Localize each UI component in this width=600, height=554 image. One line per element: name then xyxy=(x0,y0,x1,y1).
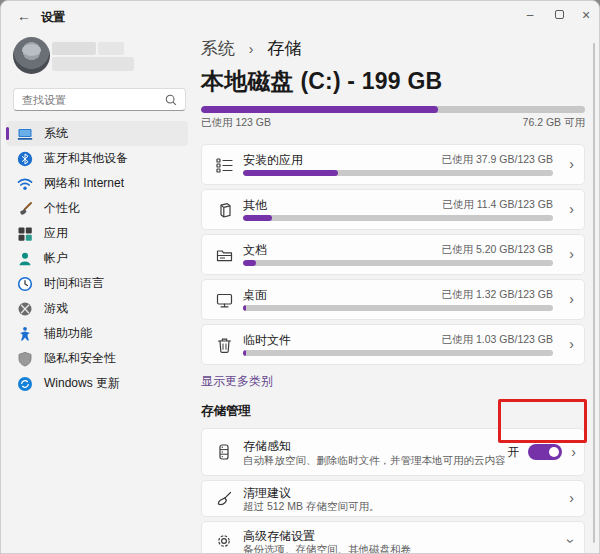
settings-window: ← 设置 – × 查找设置 系统 蓝牙和其他设备 网络和 Internet 个性… xyxy=(0,0,600,554)
sidebar-item-label: Windows 更新 xyxy=(44,375,120,392)
advanced-storage-row[interactable]: 高级存储设置 备份选项、存储空间、其他磁盘和卷 › xyxy=(201,521,585,554)
breadcrumb: 系统 › 存储 xyxy=(201,37,585,60)
sidebar-item-label: 帐户 xyxy=(44,250,68,267)
sidebar-item-accounts[interactable]: 帐户 xyxy=(6,246,188,271)
monitor-icon xyxy=(215,291,234,310)
trash-icon xyxy=(215,336,234,355)
sidebar-item-label: 隐私和安全性 xyxy=(44,350,116,367)
folder-icon xyxy=(215,246,234,265)
chevron-right-icon: › xyxy=(569,245,574,261)
sidebar-item-personalization[interactable]: 个性化 xyxy=(6,196,188,221)
toggle-state-label: 开 xyxy=(507,444,519,461)
disk-used-label: 已使用 123 GB xyxy=(201,116,271,130)
main-content: 系统 › 存储 本地磁盘 (C:) - 199 GB 已使用 123 GB 76… xyxy=(201,1,585,554)
disk-usage-fill xyxy=(201,106,438,113)
chevron-right-icon: › xyxy=(569,489,574,505)
sidebar-item-label: 网络和 Internet xyxy=(44,175,124,192)
sidebar-item-gaming[interactable]: 游戏 xyxy=(6,296,188,321)
sidebar-item-system[interactable]: 系统 xyxy=(6,121,188,146)
category-row-temp-files[interactable]: 临时文件 已使用 1.03 GB/123 GB › xyxy=(201,324,585,365)
sidebar-item-label: 应用 xyxy=(44,225,68,242)
sidebar-item-label: 个性化 xyxy=(44,200,80,217)
category-title: 文档 xyxy=(243,242,267,259)
disk-free-label: 76.2 GB 可用 xyxy=(523,116,585,130)
category-row-documents[interactable]: 文档 已使用 5.20 GB/123 GB › xyxy=(201,234,585,275)
sidebar-item-privacy[interactable]: 隐私和安全性 xyxy=(6,346,188,371)
category-row-other[interactable]: 其他 已使用 11.4 GB/123 GB › xyxy=(201,189,585,230)
progress-fill xyxy=(243,305,246,311)
search-input[interactable]: 查找设置 xyxy=(13,88,186,111)
category-usage: 已使用 5.20 GB/123 GB xyxy=(442,243,553,257)
category-title: 安装的应用 xyxy=(243,152,303,169)
scrollbar[interactable] xyxy=(593,43,595,543)
user-name-redacted xyxy=(98,42,124,55)
progress-fill xyxy=(243,170,338,176)
category-title: 临时文件 xyxy=(243,332,291,349)
progress-fill xyxy=(243,215,272,221)
search-placeholder: 查找设置 xyxy=(22,93,66,108)
category-progressbar xyxy=(243,260,553,266)
sidebar-item-label: 辅助功能 xyxy=(44,325,92,342)
progress-fill xyxy=(243,260,256,266)
user-name-redacted xyxy=(52,42,96,55)
search-icon xyxy=(164,93,178,107)
sidebar-nav: 系统 蓝牙和其他设备 网络和 Internet 个性化 应用 帐户 时间和语言 xyxy=(6,121,188,396)
chevron-down-icon: › xyxy=(564,538,580,543)
breadcrumb-parent[interactable]: 系统 xyxy=(201,39,235,58)
sidebar-item-label: 蓝牙和其他设备 xyxy=(44,150,128,167)
bluetooth-icon xyxy=(17,151,33,167)
progress-fill xyxy=(243,350,246,356)
storage-sense-row[interactable]: 存储感知 自动释放空间、删除临时文件，并管理本地可用的云内容 开 › xyxy=(201,428,585,476)
category-usage: 已使用 37.9 GB/123 GB xyxy=(442,153,553,167)
category-progressbar xyxy=(243,170,553,176)
cleanup-recommendations-row[interactable]: 清理建议 超过 512 MB 存储空间可用。 › xyxy=(201,480,585,517)
chevron-right-icon: › xyxy=(569,290,574,306)
category-usage: 已使用 1.03 GB/123 GB xyxy=(442,333,553,347)
sidebar-item-apps[interactable]: 应用 xyxy=(6,221,188,246)
category-row-desktop[interactable]: 桌面 已使用 1.32 GB/123 GB › xyxy=(201,279,585,320)
category-title: 桌面 xyxy=(243,287,267,304)
cleanup-subtitle: 超过 512 MB 存储空间可用。 xyxy=(243,500,380,514)
storage-sense-toggle[interactable] xyxy=(528,444,562,460)
category-list: 安装的应用 已使用 37.9 GB/123 GB › 其他 已使用 11.4 G… xyxy=(201,144,585,365)
sidebar-item-accessibility[interactable]: 辅助功能 xyxy=(6,321,188,346)
update-icon xyxy=(17,376,33,392)
back-button[interactable]: ← xyxy=(13,6,35,26)
sidebar-item-label: 游戏 xyxy=(44,300,68,317)
breadcrumb-separator-icon: › xyxy=(249,41,254,57)
sidebar-item-time-language[interactable]: 时间和语言 xyxy=(6,271,188,296)
storage-sense-subtitle: 自动释放空间、删除临时文件，并管理本地可用的云内容 xyxy=(243,454,506,468)
apps-icon xyxy=(17,226,33,242)
installed-apps-icon xyxy=(215,156,234,175)
sidebar-item-label: 系统 xyxy=(44,125,68,142)
advanced-subtitle: 备份选项、存储空间、其他磁盘和卷 xyxy=(243,543,411,554)
category-usage: 已使用 1.32 GB/123 GB xyxy=(442,288,553,302)
sidebar-item-windows-update[interactable]: Windows 更新 xyxy=(6,371,188,396)
breadcrumb-current: 存储 xyxy=(267,39,301,58)
storage-management-header: 存储管理 xyxy=(201,403,585,420)
category-progressbar xyxy=(243,215,553,221)
broom-icon xyxy=(215,490,233,508)
user-email-redacted xyxy=(52,57,134,71)
chevron-right-icon: › xyxy=(569,335,574,351)
page-title: 本地磁盘 (C:) - 199 GB xyxy=(201,66,585,97)
storage-sense-title: 存储感知 xyxy=(243,438,291,455)
category-progressbar xyxy=(243,350,553,356)
system-icon xyxy=(17,126,33,142)
chevron-right-icon: › xyxy=(569,155,574,171)
show-more-categories-link[interactable]: 显示更多类别 xyxy=(201,373,273,390)
chevron-right-icon: › xyxy=(571,444,576,460)
category-row-installed-apps[interactable]: 安装的应用 已使用 37.9 GB/123 GB › xyxy=(201,144,585,185)
shield-icon xyxy=(17,351,33,367)
brush-icon xyxy=(17,201,33,217)
category-title: 其他 xyxy=(243,197,267,214)
toggle-knob xyxy=(549,447,559,457)
accessibility-icon xyxy=(17,326,33,342)
box-icon xyxy=(215,201,234,220)
sidebar-item-bluetooth[interactable]: 蓝牙和其他设备 xyxy=(6,146,188,171)
app-title: 设置 xyxy=(41,9,65,26)
category-progressbar xyxy=(243,305,553,311)
avatar[interactable] xyxy=(13,37,50,74)
sidebar-item-network[interactable]: 网络和 Internet xyxy=(6,171,188,196)
disk-usage-bar xyxy=(201,106,585,113)
